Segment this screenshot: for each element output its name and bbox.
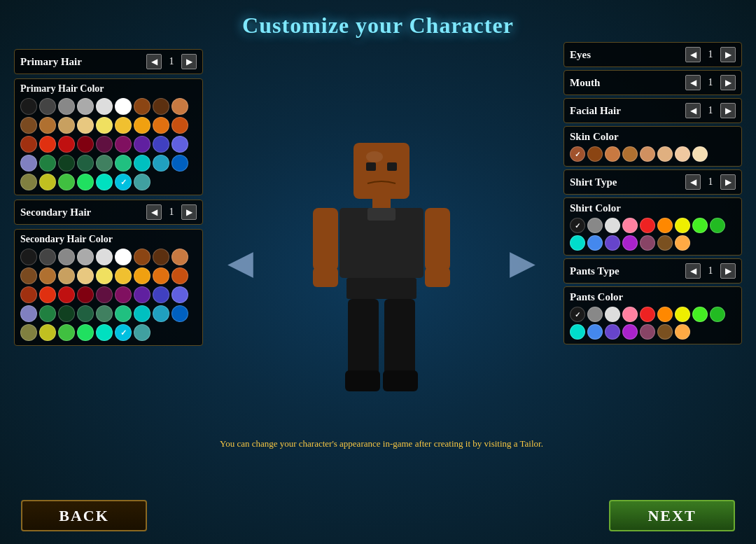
color-swatch[interactable] bbox=[587, 146, 603, 162]
color-swatch[interactable] bbox=[172, 136, 188, 153]
color-swatch[interactable] bbox=[39, 249, 56, 265]
color-swatch[interactable] bbox=[96, 98, 113, 115]
color-swatch[interactable] bbox=[20, 286, 37, 303]
back-button[interactable]: BACK bbox=[21, 500, 147, 531]
pants-type-next[interactable]: ▶ bbox=[720, 263, 736, 279]
eyes-prev[interactable]: ◀ bbox=[685, 47, 701, 62]
color-swatch[interactable] bbox=[96, 136, 113, 153]
color-swatch[interactable] bbox=[134, 117, 150, 134]
color-swatch[interactable] bbox=[58, 98, 75, 115]
color-swatch[interactable] bbox=[20, 305, 37, 322]
color-swatch[interactable] bbox=[153, 136, 169, 153]
next-character-arrow[interactable]: ▶ bbox=[510, 242, 536, 281]
color-swatch[interactable] bbox=[570, 235, 585, 251]
color-swatch[interactable] bbox=[58, 155, 75, 172]
color-swatch[interactable] bbox=[115, 324, 132, 341]
color-swatch[interactable] bbox=[20, 117, 37, 134]
facial-hair-prev[interactable]: ◀ bbox=[685, 103, 701, 118]
color-swatch[interactable] bbox=[77, 155, 94, 172]
color-swatch[interactable] bbox=[77, 136, 94, 153]
color-swatch[interactable] bbox=[134, 136, 150, 153]
color-swatch[interactable] bbox=[675, 235, 690, 251]
color-swatch[interactable] bbox=[622, 324, 638, 340]
color-swatch[interactable] bbox=[657, 324, 673, 340]
secondary-hair-prev[interactable]: ◀ bbox=[146, 204, 162, 220]
color-swatch[interactable] bbox=[587, 307, 603, 322]
color-swatch[interactable] bbox=[77, 324, 94, 341]
color-swatch[interactable] bbox=[587, 324, 603, 340]
color-swatch[interactable] bbox=[640, 218, 655, 233]
color-swatch[interactable] bbox=[77, 117, 94, 134]
color-swatch[interactable] bbox=[657, 146, 673, 162]
color-swatch[interactable] bbox=[570, 218, 585, 233]
color-swatch[interactable] bbox=[710, 307, 725, 322]
next-button[interactable]: NEXT bbox=[609, 500, 735, 531]
color-swatch[interactable] bbox=[39, 267, 56, 284]
color-swatch[interactable] bbox=[20, 249, 37, 265]
shirt-type-next[interactable]: ▶ bbox=[720, 174, 736, 190]
color-swatch[interactable] bbox=[20, 267, 37, 284]
color-swatch[interactable] bbox=[172, 249, 188, 265]
color-swatch[interactable] bbox=[115, 174, 132, 190]
color-swatch[interactable] bbox=[153, 249, 169, 265]
color-swatch[interactable] bbox=[58, 267, 75, 284]
color-swatch[interactable] bbox=[20, 174, 37, 190]
color-swatch[interactable] bbox=[605, 324, 620, 340]
color-swatch[interactable] bbox=[153, 98, 169, 115]
color-swatch[interactable] bbox=[172, 117, 188, 134]
pants-type-prev[interactable]: ◀ bbox=[685, 263, 701, 279]
color-swatch[interactable] bbox=[153, 155, 169, 172]
prev-character-arrow[interactable]: ◀ bbox=[227, 242, 253, 281]
color-swatch[interactable] bbox=[134, 305, 150, 322]
color-swatch[interactable] bbox=[172, 155, 188, 172]
color-swatch[interactable] bbox=[39, 98, 56, 115]
color-swatch[interactable] bbox=[58, 174, 75, 190]
color-swatch[interactable] bbox=[115, 155, 132, 172]
color-swatch[interactable] bbox=[39, 305, 56, 322]
color-swatch[interactable] bbox=[39, 286, 56, 303]
color-swatch[interactable] bbox=[115, 117, 132, 134]
color-swatch[interactable] bbox=[675, 307, 690, 322]
color-swatch[interactable] bbox=[96, 267, 113, 284]
mouth-prev[interactable]: ◀ bbox=[685, 75, 701, 90]
color-swatch[interactable] bbox=[570, 307, 585, 322]
color-swatch[interactable] bbox=[172, 305, 188, 322]
color-swatch[interactable] bbox=[134, 98, 150, 115]
color-swatch[interactable] bbox=[58, 117, 75, 134]
color-swatch[interactable] bbox=[115, 267, 132, 284]
color-swatch[interactable] bbox=[134, 324, 150, 341]
eyes-next[interactable]: ▶ bbox=[720, 47, 736, 62]
color-swatch[interactable] bbox=[153, 305, 169, 322]
color-swatch[interactable] bbox=[675, 146, 690, 162]
color-swatch[interactable] bbox=[587, 235, 603, 251]
color-swatch[interactable] bbox=[605, 146, 620, 162]
color-swatch[interactable] bbox=[39, 324, 56, 341]
color-swatch[interactable] bbox=[657, 218, 673, 233]
color-swatch[interactable] bbox=[153, 286, 169, 303]
color-swatch[interactable] bbox=[58, 305, 75, 322]
color-swatch[interactable] bbox=[115, 286, 132, 303]
color-swatch[interactable] bbox=[134, 267, 150, 284]
color-swatch[interactable] bbox=[115, 249, 132, 265]
color-swatch[interactable] bbox=[605, 218, 620, 233]
color-swatch[interactable] bbox=[570, 146, 585, 162]
color-swatch[interactable] bbox=[134, 174, 150, 190]
color-swatch[interactable] bbox=[622, 307, 638, 322]
color-swatch[interactable] bbox=[20, 324, 37, 341]
facial-hair-next[interactable]: ▶ bbox=[720, 103, 736, 118]
color-swatch[interactable] bbox=[134, 155, 150, 172]
color-swatch[interactable] bbox=[692, 307, 708, 322]
color-swatch[interactable] bbox=[134, 249, 150, 265]
color-swatch[interactable] bbox=[675, 218, 690, 233]
color-swatch[interactable] bbox=[77, 98, 94, 115]
color-swatch[interactable] bbox=[640, 324, 655, 340]
color-swatch[interactable] bbox=[640, 235, 655, 251]
color-swatch[interactable] bbox=[39, 136, 56, 153]
color-swatch[interactable] bbox=[96, 117, 113, 134]
color-swatch[interactable] bbox=[622, 218, 638, 233]
color-swatch[interactable] bbox=[153, 267, 169, 284]
color-swatch[interactable] bbox=[77, 249, 94, 265]
shirt-type-prev[interactable]: ◀ bbox=[685, 174, 701, 190]
color-swatch[interactable] bbox=[58, 324, 75, 341]
primary-hair-prev[interactable]: ◀ bbox=[146, 54, 162, 69]
